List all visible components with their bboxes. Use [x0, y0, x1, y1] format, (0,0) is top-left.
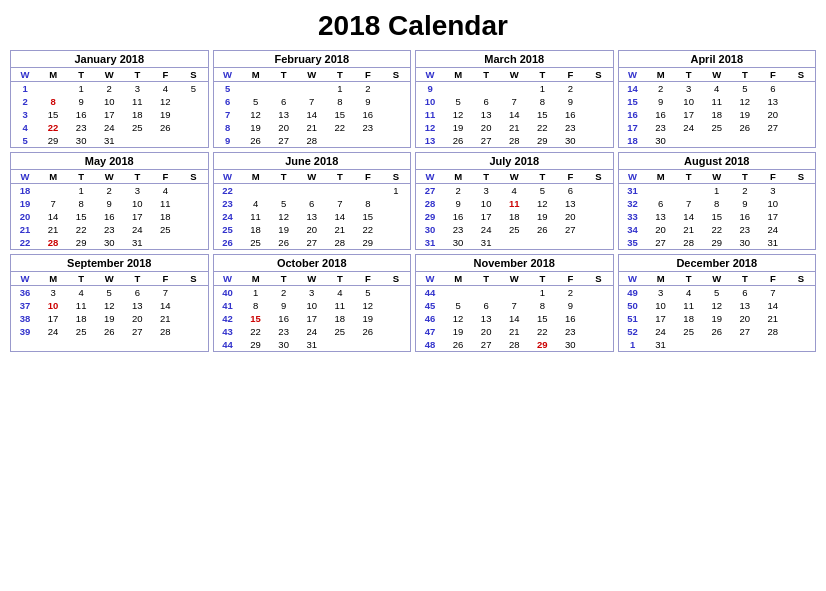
calendar-cell: 5	[444, 299, 472, 312]
calendar-cell	[759, 134, 787, 147]
calendar-cell: 4	[326, 286, 354, 300]
calendar-cell: 6	[472, 299, 500, 312]
calendar-cell	[382, 312, 410, 325]
week-row: 1056789	[416, 95, 613, 108]
col-header-w3: W	[500, 68, 528, 82]
month-block-september: September 2018WMTWTFS3634567371011121314…	[10, 254, 209, 352]
calendar-cell: 5	[11, 134, 39, 147]
calendar-cell: 23	[731, 223, 759, 236]
calendar-cell: 24	[39, 325, 67, 338]
calendar-cell: 25	[67, 325, 95, 338]
calendar-cell: 36	[11, 286, 39, 300]
calendar-cell: 31	[619, 184, 647, 198]
calendar-cell: 19	[528, 210, 556, 223]
calendar-cell: 15	[67, 210, 95, 223]
col-header-w3: W	[298, 170, 326, 184]
calendar-cell: 10	[39, 299, 67, 312]
calendar-cell: 8	[242, 299, 270, 312]
calendar-cell: 29	[528, 338, 556, 351]
calendar-cell: 25	[500, 223, 528, 236]
calendar-cell: 2	[556, 82, 584, 96]
col-header-t4: T	[528, 170, 556, 184]
calendar-cell	[179, 325, 207, 338]
calendar-cell	[382, 108, 410, 121]
calendar-cell: 12	[95, 299, 123, 312]
calendar-cell: 7	[500, 299, 528, 312]
calendar-cell: 31	[123, 236, 151, 249]
calendar-cell: 23	[270, 325, 298, 338]
calendar-cell: 21	[675, 223, 703, 236]
calendar-cell	[382, 299, 410, 312]
col-header-t2: T	[472, 68, 500, 82]
calendar-cell: 35	[619, 236, 647, 249]
calendar-cell: 21	[151, 312, 179, 325]
calendar-cell: 16	[731, 210, 759, 223]
col-header-t2: T	[472, 272, 500, 286]
calendar-cell: 13	[647, 210, 675, 223]
week-row: 4934567	[619, 286, 816, 300]
col-header-t4: T	[123, 68, 151, 82]
calendar-cell: 23	[67, 121, 95, 134]
calendar-cell: 8	[39, 95, 67, 108]
calendar-cell: 6	[731, 286, 759, 300]
calendar-cell: 8	[214, 121, 242, 134]
calendar-cell: 18	[619, 134, 647, 147]
calendar-cell	[584, 197, 612, 210]
week-row: 432223242526	[214, 325, 411, 338]
calendar-cell	[584, 108, 612, 121]
calendar-cell: 1	[67, 184, 95, 198]
calendar-cell: 31	[95, 134, 123, 147]
calendar-cell: 1	[703, 184, 731, 198]
calendar-cell	[382, 197, 410, 210]
week-row: 42223242526	[11, 121, 208, 134]
month-title: January 2018	[11, 51, 208, 68]
col-header-t4: T	[731, 272, 759, 286]
calendar-cell: 15	[39, 108, 67, 121]
calendar-cell: 12	[444, 312, 472, 325]
week-row: 131	[619, 338, 816, 351]
calendar-cell	[382, 82, 410, 96]
calendar-cell: 24	[214, 210, 242, 223]
calendar-cell: 44	[416, 286, 444, 300]
month-title: December 2018	[619, 255, 816, 272]
calendar-cell	[584, 134, 612, 147]
calendar-cell: 22	[11, 236, 39, 249]
calendar-cell: 26	[95, 325, 123, 338]
calendar-cell	[39, 184, 67, 198]
calendar-cell: 7	[675, 197, 703, 210]
week-row: 44293031	[214, 338, 411, 351]
calendar-cell: 6	[647, 197, 675, 210]
col-header-s6: S	[787, 170, 815, 184]
week-row: 132627282930	[416, 134, 613, 147]
col-header-t4: T	[326, 68, 354, 82]
calendar-cell: 5	[703, 286, 731, 300]
calendar-cell	[39, 82, 67, 96]
week-row: 302324252627	[416, 223, 613, 236]
calendar-cell: 28	[326, 236, 354, 249]
col-header-w0: W	[619, 272, 647, 286]
col-header-s6: S	[584, 68, 612, 82]
calendar-cell: 9	[556, 299, 584, 312]
col-header-f5: F	[556, 68, 584, 82]
calendar-cell: 23	[444, 223, 472, 236]
week-row: 201415161718	[11, 210, 208, 223]
col-header-t2: T	[472, 170, 500, 184]
calendar-cell: 39	[11, 325, 39, 338]
calendar-cell	[703, 338, 731, 351]
calendar-cell: 27	[759, 121, 787, 134]
calendar-cell: 10	[675, 95, 703, 108]
calendar-cell	[787, 338, 815, 351]
week-row: 2723456	[416, 184, 613, 198]
calendar-grid: January 2018WMTWTFS112345289101112315161…	[10, 50, 816, 352]
week-row: 181234	[11, 184, 208, 198]
calendar-cell: 4	[11, 121, 39, 134]
calendar-cell: 26	[444, 338, 472, 351]
calendar-cell: 28	[151, 325, 179, 338]
calendar-cell: 14	[326, 210, 354, 223]
col-header-t4: T	[123, 170, 151, 184]
col-header-w0: W	[619, 170, 647, 184]
calendar-cell: 1	[11, 82, 39, 96]
calendar-cell: 25	[151, 223, 179, 236]
month-block-october: October 2018WMTWTFS401234541891011124215…	[213, 254, 412, 352]
calendar-cell: 8	[326, 95, 354, 108]
